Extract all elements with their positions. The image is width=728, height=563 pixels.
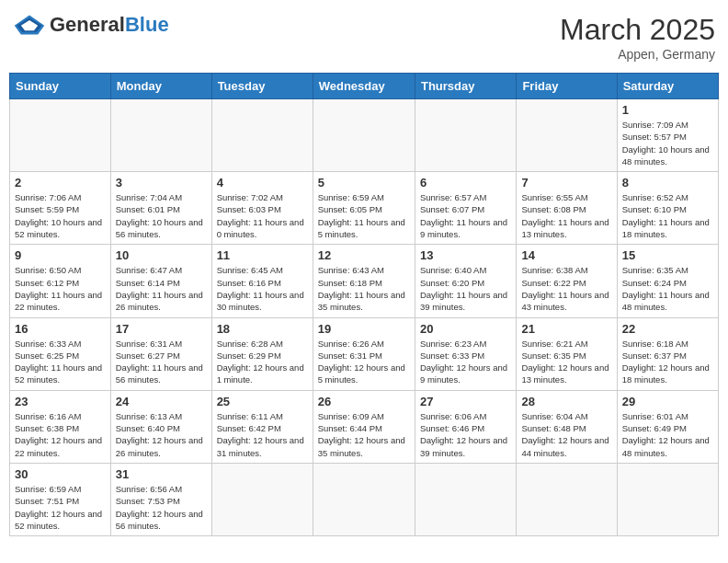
calendar-day-cell <box>415 463 516 535</box>
day-info: Sunrise: 7:06 AM Sunset: 5:59 PM Dayligh… <box>15 191 106 240</box>
calendar-day-cell: 11Sunrise: 6:45 AM Sunset: 6:16 PM Dayli… <box>211 245 313 317</box>
day-info: Sunrise: 6:04 AM Sunset: 6:48 PM Dayligh… <box>521 410 611 459</box>
day-number: 25 <box>217 395 308 408</box>
day-info: Sunrise: 6:43 AM Sunset: 6:18 PM Dayligh… <box>318 264 410 313</box>
calendar-day-cell <box>10 99 111 172</box>
day-info: Sunrise: 6:55 AM Sunset: 6:08 PM Dayligh… <box>521 191 611 240</box>
day-info: Sunrise: 6:16 AM Sunset: 6:38 PM Dayligh… <box>15 410 106 459</box>
calendar-day-cell <box>415 99 516 172</box>
day-info: Sunrise: 6:59 AM Sunset: 7:51 PM Dayligh… <box>15 483 106 532</box>
calendar-day-cell: 23Sunrise: 6:16 AM Sunset: 6:38 PM Dayli… <box>10 390 111 463</box>
calendar-day-cell: 3Sunrise: 7:04 AM Sunset: 6:01 PM Daylig… <box>110 172 211 245</box>
day-number: 13 <box>420 248 511 262</box>
calendar-day-cell: 20Sunrise: 6:23 AM Sunset: 6:33 PM Dayli… <box>415 317 516 390</box>
day-info: Sunrise: 7:02 AM Sunset: 6:03 PM Dayligh… <box>217 191 308 240</box>
day-number: 30 <box>15 467 106 481</box>
day-number: 10 <box>116 248 207 262</box>
calendar-day-cell: 21Sunrise: 6:21 AM Sunset: 6:35 PM Dayli… <box>517 317 617 390</box>
day-number: 19 <box>318 322 410 336</box>
day-number: 9 <box>15 248 106 262</box>
day-info: Sunrise: 7:09 AM Sunset: 5:57 PM Dayligh… <box>622 119 713 167</box>
day-info: Sunrise: 6:18 AM Sunset: 6:37 PM Dayligh… <box>622 338 713 386</box>
day-info: Sunrise: 6:23 AM Sunset: 6:33 PM Dayligh… <box>420 338 511 386</box>
day-number: 5 <box>318 176 410 190</box>
calendar-day-cell: 31Sunrise: 6:56 AM Sunset: 7:53 PM Dayli… <box>110 463 211 535</box>
title-area: March 2025 Appen, Germany <box>560 13 715 62</box>
day-number: 22 <box>622 322 713 336</box>
calendar-day-cell: 14Sunrise: 6:38 AM Sunset: 6:22 PM Dayli… <box>517 245 617 317</box>
day-info: Sunrise: 6:47 AM Sunset: 6:14 PM Dayligh… <box>116 264 207 313</box>
weekday-header-monday: Monday <box>110 74 211 99</box>
weekday-header-row: SundayMondayTuesdayWednesdayThursdayFrid… <box>10 74 719 99</box>
day-info: Sunrise: 6:01 AM Sunset: 6:49 PM Dayligh… <box>622 410 713 459</box>
weekday-header-sunday: Sunday <box>10 74 111 99</box>
day-number: 29 <box>622 395 713 408</box>
calendar-day-cell: 7Sunrise: 6:55 AM Sunset: 6:08 PM Daylig… <box>517 172 617 245</box>
day-info: Sunrise: 6:52 AM Sunset: 6:10 PM Dayligh… <box>622 191 713 240</box>
weekday-header-friday: Friday <box>517 74 617 99</box>
day-number: 14 <box>521 248 611 262</box>
day-info: Sunrise: 6:06 AM Sunset: 6:46 PM Dayligh… <box>420 410 511 459</box>
calendar-week-row: 23Sunrise: 6:16 AM Sunset: 6:38 PM Dayli… <box>10 390 719 463</box>
day-info: Sunrise: 6:40 AM Sunset: 6:20 PM Dayligh… <box>420 264 511 313</box>
calendar-day-cell <box>517 463 617 535</box>
calendar-week-row: 30Sunrise: 6:59 AM Sunset: 7:51 PM Dayli… <box>10 463 719 535</box>
calendar-day-cell: 9Sunrise: 6:50 AM Sunset: 6:12 PM Daylig… <box>10 245 111 317</box>
day-number: 8 <box>622 176 713 190</box>
day-info: Sunrise: 6:50 AM Sunset: 6:12 PM Dayligh… <box>15 264 106 313</box>
calendar-day-cell: 8Sunrise: 6:52 AM Sunset: 6:10 PM Daylig… <box>617 172 718 245</box>
calendar-day-cell: 5Sunrise: 6:59 AM Sunset: 6:05 PM Daylig… <box>313 172 415 245</box>
month-year-title: March 2025 <box>560 13 715 47</box>
calendar-day-cell: 1Sunrise: 7:09 AM Sunset: 5:57 PM Daylig… <box>617 99 718 172</box>
weekday-header-saturday: Saturday <box>617 74 718 99</box>
calendar-day-cell: 4Sunrise: 7:02 AM Sunset: 6:03 PM Daylig… <box>211 172 313 245</box>
calendar-week-row: 16Sunrise: 6:33 AM Sunset: 6:25 PM Dayli… <box>10 317 719 390</box>
calendar-day-cell: 13Sunrise: 6:40 AM Sunset: 6:20 PM Dayli… <box>415 245 516 317</box>
day-info: Sunrise: 6:13 AM Sunset: 6:40 PM Dayligh… <box>116 410 207 459</box>
weekday-header-tuesday: Tuesday <box>211 74 313 99</box>
calendar-day-cell: 17Sunrise: 6:31 AM Sunset: 6:27 PM Dayli… <box>110 317 211 390</box>
header: GeneralBlue March 2025 Appen, Germany <box>9 9 719 65</box>
calendar-day-cell: 28Sunrise: 6:04 AM Sunset: 6:48 PM Dayli… <box>517 390 617 463</box>
day-number: 6 <box>420 176 511 190</box>
calendar-day-cell: 18Sunrise: 6:28 AM Sunset: 6:29 PM Dayli… <box>211 317 313 390</box>
day-number: 21 <box>521 322 611 336</box>
day-info: Sunrise: 6:11 AM Sunset: 6:42 PM Dayligh… <box>217 410 308 459</box>
calendar-week-row: 2Sunrise: 7:06 AM Sunset: 5:59 PM Daylig… <box>10 172 719 245</box>
calendar-day-cell <box>313 463 415 535</box>
calendar-day-cell: 16Sunrise: 6:33 AM Sunset: 6:25 PM Dayli… <box>10 317 111 390</box>
calendar-day-cell: 27Sunrise: 6:06 AM Sunset: 6:46 PM Dayli… <box>415 390 516 463</box>
day-info: Sunrise: 7:04 AM Sunset: 6:01 PM Dayligh… <box>116 191 207 240</box>
day-info: Sunrise: 6:57 AM Sunset: 6:07 PM Dayligh… <box>420 191 511 240</box>
day-number: 20 <box>420 322 511 336</box>
calendar-day-cell: 12Sunrise: 6:43 AM Sunset: 6:18 PM Dayli… <box>313 245 415 317</box>
day-number: 15 <box>622 248 713 262</box>
calendar-day-cell <box>517 99 617 172</box>
calendar-day-cell: 26Sunrise: 6:09 AM Sunset: 6:44 PM Dayli… <box>313 390 415 463</box>
day-number: 27 <box>420 395 511 408</box>
day-number: 3 <box>116 176 207 190</box>
day-number: 31 <box>116 467 207 481</box>
calendar-day-cell <box>617 463 718 535</box>
calendar-day-cell: 24Sunrise: 6:13 AM Sunset: 6:40 PM Dayli… <box>110 390 211 463</box>
weekday-header-wednesday: Wednesday <box>313 74 415 99</box>
day-info: Sunrise: 6:09 AM Sunset: 6:44 PM Dayligh… <box>318 410 410 459</box>
day-number: 16 <box>15 322 106 336</box>
day-number: 2 <box>15 176 106 190</box>
day-number: 11 <box>217 248 308 262</box>
day-number: 28 <box>521 395 611 408</box>
day-number: 18 <box>217 322 308 336</box>
day-number: 23 <box>15 395 106 408</box>
day-info: Sunrise: 6:38 AM Sunset: 6:22 PM Dayligh… <box>521 264 611 313</box>
day-info: Sunrise: 6:35 AM Sunset: 6:24 PM Dayligh… <box>622 264 713 313</box>
day-info: Sunrise: 6:31 AM Sunset: 6:27 PM Dayligh… <box>116 338 207 386</box>
day-number: 7 <box>521 176 611 190</box>
calendar-week-row: 1Sunrise: 7:09 AM Sunset: 5:57 PM Daylig… <box>10 99 719 172</box>
calendar-day-cell <box>211 99 313 172</box>
day-number: 4 <box>217 176 308 190</box>
calendar-day-cell: 29Sunrise: 6:01 AM Sunset: 6:49 PM Dayli… <box>617 390 718 463</box>
calendar-day-cell: 2Sunrise: 7:06 AM Sunset: 5:59 PM Daylig… <box>10 172 111 245</box>
logo-blue-text: Blue <box>125 13 169 36</box>
weekday-header-thursday: Thursday <box>415 74 516 99</box>
calendar-week-row: 9Sunrise: 6:50 AM Sunset: 6:12 PM Daylig… <box>10 245 719 317</box>
